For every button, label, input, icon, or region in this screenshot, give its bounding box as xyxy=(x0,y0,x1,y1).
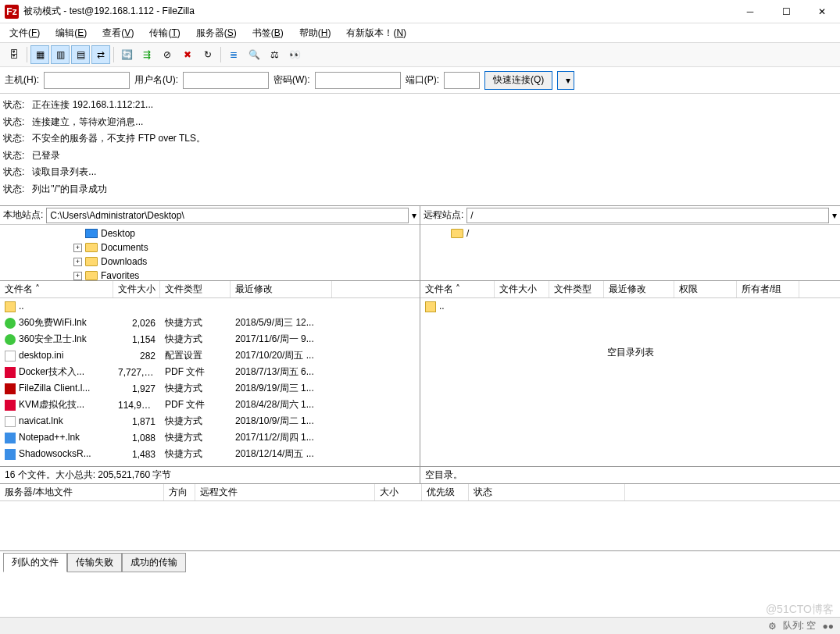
quickconnect-bar: 主机(H): 用户名(U): 密码(W): 端口(P): 快速连接(Q) ▾ xyxy=(0,67,840,94)
disconnect-icon[interactable]: ✖ xyxy=(178,45,197,64)
log-row: 状态:读取目录列表... xyxy=(3,164,837,181)
chevron-down-icon[interactable]: ▾ xyxy=(412,210,416,221)
port-input[interactable] xyxy=(444,72,480,89)
column-header[interactable]: 优先级 xyxy=(422,484,469,500)
port-label: 端口(P): xyxy=(406,73,439,87)
column-header[interactable]: 最近修改 xyxy=(604,281,674,297)
bullet-icon: ●● xyxy=(823,621,835,632)
file-row[interactable]: .. xyxy=(420,298,840,315)
menu-文件(F)[interactable]: 文件(F) xyxy=(5,25,45,41)
log-row: 状态:连接建立，等待欢迎消息... xyxy=(3,114,837,131)
user-input[interactable] xyxy=(183,72,269,89)
host-label: 主机(H): xyxy=(5,73,39,87)
sync-browse-icon[interactable]: 👀 xyxy=(285,45,304,64)
local-site-pane: 本地站点: ▾ Desktop+Documents+Downloads+Favo… xyxy=(0,206,420,280)
toggle-queue-icon[interactable]: ⇄ xyxy=(91,45,110,64)
local-tree[interactable]: Desktop+Documents+Downloads+Favorites xyxy=(0,225,420,280)
toggle-remote-tree-icon[interactable]: ▤ xyxy=(71,45,90,64)
pass-input[interactable] xyxy=(315,72,401,89)
column-header[interactable]: 所有者/组 xyxy=(737,281,799,297)
remote-rows[interactable]: .. 空目录列表 xyxy=(420,298,840,466)
column-header[interactable]: 文件大小 xyxy=(113,281,160,297)
remote-summary: 空目录。 xyxy=(420,467,840,483)
statusbar: ⚙ 队列: 空 ●● xyxy=(0,617,840,634)
menu-帮助(H)[interactable]: 帮助(H) xyxy=(295,25,336,41)
file-row[interactable]: desktop.ini282配置设置2017/10/20/周五 ... xyxy=(0,347,420,364)
gear-icon[interactable]: ⚙ xyxy=(768,621,777,632)
menu-服务器(S)[interactable]: 服务器(S) xyxy=(191,25,241,41)
remote-path-input[interactable] xyxy=(466,208,829,223)
column-header[interactable]: 权限 xyxy=(674,281,737,297)
queue-body[interactable] xyxy=(0,501,840,550)
column-header[interactable]: 大小 xyxy=(375,484,422,500)
local-path-input[interactable] xyxy=(46,208,409,223)
menu-有新版本！(N)[interactable]: 有新版本！(N) xyxy=(341,25,411,41)
log-row: 状态:不安全的服务器，不支持 FTP over TLS。 xyxy=(3,130,837,148)
local-rows[interactable]: ..360免费WiFi.lnk2,026快捷方式2018/5/9/周三 12..… xyxy=(0,298,420,466)
queue-tabs: 列队的文件传输失败成功的传输 xyxy=(0,551,840,572)
remote-tree[interactable]: / xyxy=(420,225,840,280)
column-header[interactable]: 文件大小 xyxy=(495,281,549,297)
filter-icon[interactable]: ≣ xyxy=(224,45,243,64)
menu-书签(B)[interactable]: 书签(B) xyxy=(248,25,288,41)
column-header[interactable]: 文件类型 xyxy=(160,281,231,297)
file-row[interactable]: 360安全卫士.lnk1,154快捷方式2017/11/6/周一 9... xyxy=(0,331,420,347)
file-row[interactable]: ShadowsocksR...1,483快捷方式2018/12/14/周五 ..… xyxy=(0,446,420,462)
file-row[interactable]: FileZilla Client.l...1,927快捷方式2018/9/19/… xyxy=(0,380,420,397)
log-row: 状态:列出"/"的目录成功 xyxy=(3,181,837,198)
file-row[interactable]: navicat.lnk1,871快捷方式2018/10/9/周二 1... xyxy=(0,413,420,429)
file-row[interactable]: Docker技术入...7,727,355PDF 文件2018/7/13/周五 … xyxy=(0,364,420,380)
tree-item[interactable]: / xyxy=(424,226,837,240)
menu-查看(V)[interactable]: 查看(V) xyxy=(98,25,138,41)
tree-item[interactable]: +Downloads xyxy=(3,255,416,269)
local-site-label: 本地站点: xyxy=(3,208,43,222)
queue-tab[interactable]: 成功的传输 xyxy=(122,553,186,572)
column-header[interactable]: 方向 xyxy=(164,484,195,500)
file-row[interactable]: KVM虚拟化技...114,951,5...PDF 文件2018/4/28/周六… xyxy=(0,397,420,413)
maximize-button[interactable]: ☐ xyxy=(768,0,804,23)
column-header[interactable]: 最近修改 xyxy=(231,281,332,297)
menubar: 文件(F)编辑(E)查看(V)传输(T)服务器(S)书签(B)帮助(H)有新版本… xyxy=(0,23,840,42)
titlebar: Fz 被动模式 - test@192.168.1.112 - FileZilla… xyxy=(0,0,840,23)
queue-tab[interactable]: 列队的文件 xyxy=(3,553,67,572)
menu-传输(T)[interactable]: 传输(T) xyxy=(145,25,184,41)
toggle-log-icon[interactable]: ▦ xyxy=(30,45,49,64)
file-row[interactable]: .. xyxy=(0,298,420,315)
tree-item[interactable]: +Favorites xyxy=(3,269,416,280)
file-row[interactable]: Notepad++.lnk1,088快捷方式2017/11/2/周四 1... xyxy=(0,429,420,446)
column-header[interactable]: 远程文件 xyxy=(195,484,375,500)
column-header[interactable]: 服务器/本地文件 xyxy=(0,484,164,500)
column-header[interactable]: 文件类型 xyxy=(549,281,604,297)
log-row: 状态:正在连接 192.168.1.112:21... xyxy=(3,97,837,114)
empty-dir-text: 空目录列表 xyxy=(420,315,840,359)
search-icon[interactable]: 🔍 xyxy=(245,45,263,64)
toggle-local-tree-icon[interactable]: ▥ xyxy=(51,45,70,64)
queue-tab[interactable]: 传输失败 xyxy=(67,553,122,572)
pass-label: 密码(W): xyxy=(273,73,310,87)
log-pane[interactable]: 状态:正在连接 192.168.1.112:21...状态:连接建立，等待欢迎消… xyxy=(0,94,840,206)
process-queue-icon[interactable]: ⇶ xyxy=(138,45,156,64)
tree-item[interactable]: +Documents xyxy=(3,240,416,255)
compare-icon[interactable]: ⚖ xyxy=(265,45,284,64)
tree-item[interactable]: Desktop xyxy=(3,226,416,240)
chevron-down-icon[interactable]: ▾ xyxy=(832,210,837,221)
file-row[interactable]: 360免费WiFi.lnk2,026快捷方式2018/5/9/周三 12... xyxy=(0,315,420,331)
quickconnect-button[interactable]: 快速连接(Q) xyxy=(484,71,552,90)
column-header[interactable]: 状态 xyxy=(469,484,625,500)
window-title: 被动模式 - test@192.168.1.112 - FileZilla xyxy=(23,5,732,18)
close-button[interactable]: ✕ xyxy=(804,0,840,23)
remote-file-list: 文件名 ˄文件大小文件类型最近修改权限所有者/组 .. 空目录列表 xyxy=(420,281,840,466)
remote-site-label: 远程站点: xyxy=(424,208,463,222)
minimize-button[interactable]: ─ xyxy=(732,0,768,23)
site-manager-icon[interactable]: 🗄 xyxy=(5,45,23,64)
quickconnect-dropdown[interactable]: ▾ xyxy=(557,71,574,90)
app-icon: Fz xyxy=(5,5,19,19)
cancel-icon[interactable]: ⊘ xyxy=(158,45,177,64)
menu-编辑(E)[interactable]: 编辑(E) xyxy=(51,25,91,41)
reconnect-icon[interactable]: ↻ xyxy=(198,45,217,64)
column-header[interactable]: 文件名 ˄ xyxy=(0,281,113,297)
refresh-icon[interactable]: 🔄 xyxy=(117,45,136,64)
column-header[interactable]: 文件名 ˄ xyxy=(420,281,495,297)
host-input[interactable] xyxy=(44,72,130,89)
list-pane: 文件名 ˄文件大小文件类型最近修改 ..360免费WiFi.lnk2,026快捷… xyxy=(0,281,840,467)
